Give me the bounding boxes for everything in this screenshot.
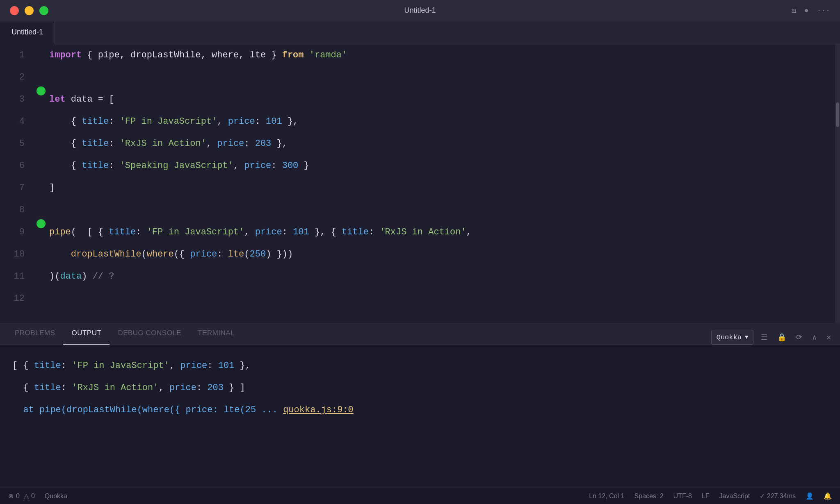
code-line-12 (49, 288, 840, 310)
minimize-button[interactable] (25, 6, 34, 15)
code-line-5: { title : 'RxJS in Action' , price : 203… (49, 133, 840, 155)
list-view-icon[interactable]: ☰ (758, 330, 770, 344)
panel-tabs: PROBLEMS OUTPUT DEBUG CONSOLE TERMINAL Q… (0, 323, 840, 345)
code-line-2 (49, 66, 840, 89)
title-bar-actions: ⊞ ● ··· (792, 6, 830, 15)
code-line-8 (49, 199, 840, 221)
maximize-button[interactable] (39, 6, 48, 15)
keyword-from: from (282, 44, 304, 66)
line-num-2: 2 (0, 66, 25, 89)
app-window: Untitled-1 ⊞ ● ··· Untitled-1 1 2 3 4 5 … (0, 0, 840, 504)
tab-untitled1[interactable]: Untitled-1 (0, 21, 55, 44)
breakpoint-line3[interactable] (37, 86, 46, 95)
status-encoding[interactable]: UTF-8 (673, 493, 692, 500)
code-line-1: import { pipe, dropLastWhile, where, lte… (49, 44, 840, 66)
line-num-1: 1 (0, 44, 25, 66)
line-num-7: 7 (0, 177, 25, 199)
code-line-4: { title : 'FP in JavaScript' , price : 1… (49, 111, 840, 133)
error-icon: ⊗ (8, 492, 14, 500)
panel-area: PROBLEMS OUTPUT DEBUG CONSOLE TERMINAL Q… (0, 323, 840, 488)
code-line-11: )( data ) // ? (49, 266, 840, 288)
close-panel-icon[interactable]: ✕ (824, 330, 833, 344)
code-line-6: { title : 'Speaking JavaScript' , price … (49, 155, 840, 177)
keyword-import: import (49, 44, 82, 66)
line-num-5: 5 (0, 133, 25, 155)
line-num-4: 4 (0, 111, 25, 133)
status-spaces[interactable]: Spaces: 2 (634, 493, 663, 500)
tab-debug-console[interactable]: DEBUG CONSOLE (110, 322, 189, 345)
line-num-3: 3 (0, 89, 25, 111)
status-eol[interactable]: LF (702, 493, 710, 500)
code-line-7: ] (49, 177, 840, 199)
title-bar: Untitled-1 ⊞ ● ··· (0, 0, 840, 21)
code-line-3: let data = [ (49, 89, 840, 111)
window-title: Untitled-1 (404, 6, 436, 15)
status-errors[interactable]: ⊗ 0 △ 0 (8, 492, 35, 500)
code-line-9: pipe ( [ { title : 'FP in JavaScript' , … (49, 221, 840, 243)
code-editor[interactable]: import { pipe, dropLastWhile, where, lte… (49, 44, 840, 323)
output-line-3: at pipe(dropLastWhile(where({ price: lte… (12, 399, 828, 421)
keyword-let: let (49, 89, 66, 111)
output-selector[interactable]: Quokka ▼ (711, 330, 754, 345)
tab-output[interactable]: OUTPUT (63, 322, 110, 345)
unsaved-indicator: ● (804, 7, 809, 15)
panel-output: [ { title : 'FP in JavaScript' , price :… (0, 345, 840, 488)
output-line-2: { title : 'RxJS in Action' , price : 203… (12, 377, 828, 399)
quokka-link[interactable]: quokka.js:9:0 (283, 400, 354, 421)
split-editor-icon[interactable]: ⊞ (792, 6, 796, 15)
more-actions-icon[interactable]: ··· (817, 7, 830, 15)
status-timing: ✓ 227.34ms (760, 492, 796, 500)
line-num-8: 8 (0, 199, 25, 221)
status-quokka[interactable]: Quokka (45, 493, 67, 500)
tab-terminal[interactable]: TERMINAL (189, 322, 243, 345)
chevron-down-icon: ▼ (745, 334, 748, 341)
line-num-9: 9 (0, 221, 25, 243)
line-num-11: 11 (0, 266, 25, 288)
code-line-10: dropLastWhile ( where ({ price : lte ( 2… (49, 243, 840, 266)
status-language[interactable]: JavaScript (719, 493, 750, 500)
warning-icon: △ (24, 492, 29, 500)
output-line-1: [ { title : 'FP in JavaScript' , price :… (12, 355, 828, 377)
editor-area: 1 2 3 4 5 6 7 8 9 10 11 12 import { pipe… (0, 44, 840, 323)
traffic-lights (10, 6, 48, 15)
lock-icon[interactable]: 🔒 (775, 330, 789, 344)
line-num-6: 6 (0, 155, 25, 177)
status-bar: ⊗ 0 △ 0 Quokka Ln 12, Col 1 Spaces: 2 UT… (0, 488, 840, 504)
expand-icon[interactable]: ∧ (810, 330, 819, 344)
line-num-10: 10 (0, 243, 25, 266)
tab-problems[interactable]: PROBLEMS (7, 322, 63, 345)
tab-bar: Untitled-1 (0, 21, 840, 44)
status-position[interactable]: Ln 12, Col 1 (589, 493, 624, 500)
refresh-icon[interactable]: ⟳ (794, 330, 805, 344)
line-num-12: 12 (0, 288, 25, 310)
panel-tab-controls: Quokka ▼ ☰ 🔒 ⟳ ∧ ✕ (711, 330, 833, 345)
status-person-icon[interactable]: 👤 (806, 492, 814, 500)
status-bell-icon[interactable]: 🔔 (824, 492, 832, 500)
gutter (33, 44, 49, 323)
string-ramda: 'ramda' (309, 44, 347, 66)
scrollbar-thumb[interactable] (836, 102, 839, 127)
breakpoint-line9[interactable] (37, 219, 46, 228)
close-button[interactable] (10, 6, 19, 15)
status-right: Ln 12, Col 1 Spaces: 2 UTF-8 LF JavaScri… (589, 492, 832, 500)
line-numbers: 1 2 3 4 5 6 7 8 9 10 11 12 (0, 44, 33, 323)
editor-scrollbar[interactable] (835, 44, 840, 323)
